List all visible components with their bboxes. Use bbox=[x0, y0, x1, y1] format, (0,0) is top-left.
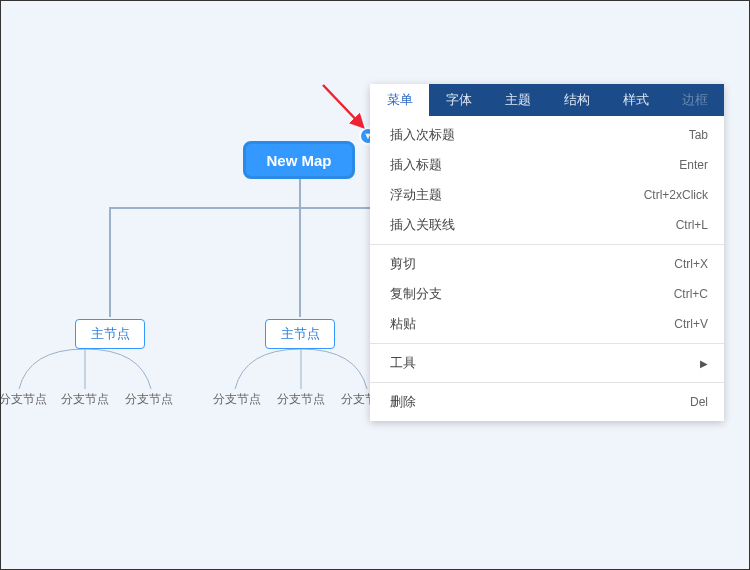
submenu-arrow-icon: ▶ bbox=[700, 358, 708, 369]
menu-item-label: 插入次标题 bbox=[390, 126, 455, 144]
root-node[interactable]: New Map bbox=[243, 141, 355, 179]
menu-item-tools[interactable]: 工具 ▶ bbox=[370, 348, 724, 378]
menu-item-insert-subtopic[interactable]: 插入次标题 Tab bbox=[370, 120, 724, 150]
menu-item-paste[interactable]: 粘贴 Ctrl+V bbox=[370, 309, 724, 339]
menu-shortcut: Ctrl+V bbox=[674, 317, 708, 331]
main-node[interactable]: 主节点 bbox=[265, 319, 335, 349]
sub-node[interactable]: 分支节点 bbox=[277, 391, 325, 408]
menu-separator bbox=[370, 343, 724, 344]
tab-style[interactable]: 样式 bbox=[606, 84, 665, 116]
main-node[interactable]: 主节点 bbox=[75, 319, 145, 349]
menu-shortcut: Ctrl+C bbox=[674, 287, 708, 301]
sub-node[interactable]: 分支节点 bbox=[0, 391, 47, 408]
menu-item-label: 剪切 bbox=[390, 255, 416, 273]
menu-item-label: 复制分支 bbox=[390, 285, 442, 303]
main-node-label: 主节点 bbox=[91, 325, 130, 343]
tab-theme[interactable]: 主题 bbox=[488, 84, 547, 116]
menu-separator bbox=[370, 244, 724, 245]
menu-shortcut: Tab bbox=[689, 128, 708, 142]
menu-item-label: 工具 bbox=[390, 354, 416, 372]
tab-structure[interactable]: 结构 bbox=[547, 84, 606, 116]
main-node-label: 主节点 bbox=[281, 325, 320, 343]
menu-item-copy-branch[interactable]: 复制分支 Ctrl+C bbox=[370, 279, 724, 309]
menu-tabs: 菜单 字体 主题 结构 样式 边框 bbox=[370, 84, 724, 116]
menu-item-floating-topic[interactable]: 浮动主题 Ctrl+2xClick bbox=[370, 180, 724, 210]
menu-item-cut[interactable]: 剪切 Ctrl+X bbox=[370, 249, 724, 279]
context-menu: 菜单 字体 主题 结构 样式 边框 插入次标题 Tab 插入标题 Enter 浮… bbox=[370, 84, 724, 421]
menu-item-label: 插入标题 bbox=[390, 156, 442, 174]
menu-separator bbox=[370, 382, 724, 383]
sub-node[interactable]: 分支节点 bbox=[125, 391, 173, 408]
menu-body: 插入次标题 Tab 插入标题 Enter 浮动主题 Ctrl+2xClick 插… bbox=[370, 116, 724, 421]
menu-item-label: 删除 bbox=[390, 393, 416, 411]
menu-shortcut: Ctrl+2xClick bbox=[644, 188, 708, 202]
root-label: New Map bbox=[266, 152, 331, 169]
tab-menu[interactable]: 菜单 bbox=[370, 84, 429, 116]
branch-curve bbox=[1, 349, 169, 393]
menu-item-label: 粘贴 bbox=[390, 315, 416, 333]
sub-node[interactable]: 分支节点 bbox=[61, 391, 109, 408]
menu-shortcut: Del bbox=[690, 395, 708, 409]
tab-border[interactable]: 边框 bbox=[665, 84, 724, 116]
menu-shortcut: Ctrl+X bbox=[674, 257, 708, 271]
tab-font[interactable]: 字体 bbox=[429, 84, 488, 116]
menu-shortcut: Ctrl+L bbox=[676, 218, 708, 232]
menu-item-label: 浮动主题 bbox=[390, 186, 442, 204]
menu-item-insert-topic[interactable]: 插入标题 Enter bbox=[370, 150, 724, 180]
sub-node[interactable]: 分支节点 bbox=[213, 391, 261, 408]
branch-curve bbox=[217, 349, 385, 393]
menu-item-insert-relation[interactable]: 插入关联线 Ctrl+L bbox=[370, 210, 724, 240]
annotation-arrow-icon bbox=[321, 83, 373, 133]
menu-item-delete[interactable]: 删除 Del bbox=[370, 387, 724, 417]
svg-line-0 bbox=[323, 85, 363, 127]
menu-shortcut: Enter bbox=[679, 158, 708, 172]
menu-item-label: 插入关联线 bbox=[390, 216, 455, 234]
